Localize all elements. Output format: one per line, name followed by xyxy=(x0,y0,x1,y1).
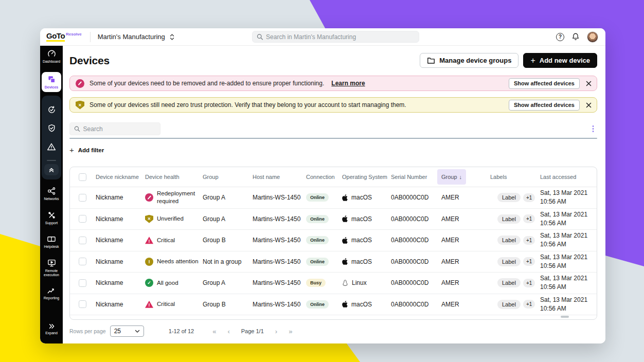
group2-cell: AMER xyxy=(441,301,490,308)
manage-device-groups-button[interactable]: Manage device groups xyxy=(420,53,518,68)
notifications-bell-icon[interactable] xyxy=(571,32,580,41)
device-nickname-cell: Nickname xyxy=(96,258,145,265)
sidebar-expand-button[interactable]: Expand xyxy=(40,323,63,343)
column-header-group-sorted[interactable]: Group↓ xyxy=(437,169,466,185)
device-health-cell: Redeployment required xyxy=(145,190,203,205)
device-health-cell: Critical xyxy=(145,236,203,244)
table-row[interactable]: Nickname Redeployment required Group A M… xyxy=(70,187,597,209)
user-avatar[interactable] xyxy=(587,31,598,43)
sidebar-item-networks[interactable]: Networks xyxy=(44,187,59,201)
device-nickname-cell: Nickname xyxy=(96,194,145,201)
column-header-group[interactable]: Group xyxy=(203,174,253,180)
label-extra-pill[interactable]: +1 xyxy=(523,236,535,245)
select-all-checkbox[interactable] xyxy=(79,173,86,181)
rows-per-page-select[interactable]: 25 xyxy=(110,325,144,337)
learn-more-link[interactable]: Learn more xyxy=(331,80,365,87)
pagination-range: 1-12 of 12 xyxy=(169,328,194,334)
sidebar-tool-group xyxy=(42,96,61,179)
sidebar-group-divider xyxy=(47,160,56,161)
alert-error-icon xyxy=(76,79,84,88)
next-page-button[interactable]: › xyxy=(275,328,277,335)
sidebar-item-support[interactable]: Support xyxy=(45,211,58,225)
sidebar-item-helpdesk[interactable]: Helpdesk xyxy=(44,235,59,249)
table-row[interactable]: Nickname All good Group A Martins-WS-145… xyxy=(70,273,597,294)
sidebar-item-remote-execution[interactable]: Remote execution xyxy=(40,259,63,277)
last-accessed-cell: Sat, 13 Mar 202110:56 AM xyxy=(540,296,597,313)
chevron-down-icon xyxy=(135,330,140,333)
account-switcher[interactable]: Martin's Manufacturing xyxy=(98,33,175,41)
operating-system-cell: Linux xyxy=(342,279,391,286)
sidebar-collapse-button[interactable] xyxy=(44,164,59,175)
device-health-cell: Needs attention xyxy=(145,258,203,266)
table-search[interactable] xyxy=(69,122,160,135)
row-checkbox[interactable] xyxy=(79,279,86,287)
sort-descending-icon: ↓ xyxy=(459,174,462,180)
device-nickname-cell: Nickname xyxy=(96,301,145,308)
group2-cell: AMER xyxy=(441,215,490,223)
table-row[interactable]: Nickname Critical Group B Martins-WS-145… xyxy=(70,294,597,316)
help-icon[interactable]: ? xyxy=(556,33,564,41)
close-icon[interactable] xyxy=(586,102,592,108)
table-row[interactable]: Nickname Needs attention Not in a group … xyxy=(70,251,597,273)
group2-cell: AMER xyxy=(441,194,490,201)
column-header-device-nickname[interactable]: Device nickname xyxy=(96,174,145,180)
previous-page-button[interactable]: ‹ xyxy=(227,328,229,335)
sidebar-item-alerts[interactable] xyxy=(42,137,61,156)
column-header-serial-number[interactable]: Serial Number xyxy=(391,174,441,180)
health-status-icon xyxy=(145,193,153,202)
column-header-device-health[interactable]: Device health xyxy=(145,174,203,180)
networks-icon xyxy=(47,187,56,195)
plus-icon: + xyxy=(530,57,535,64)
last-page-button[interactable]: » xyxy=(289,328,292,335)
last-accessed-cell: Sat, 13 Mar 202110:56 AM xyxy=(540,231,597,249)
close-icon[interactable] xyxy=(586,81,592,86)
sidebar-item-antivirus[interactable] xyxy=(42,119,61,137)
add-filter-button[interactable]: + Add filter xyxy=(69,147,116,153)
global-search[interactable] xyxy=(252,31,419,43)
label-extra-pill[interactable]: +1 xyxy=(523,300,535,309)
sidebar-item-updates[interactable] xyxy=(42,100,61,119)
horizontal-scrollbar-thumb[interactable] xyxy=(561,316,569,318)
table-options-kebab-menu[interactable] xyxy=(589,125,597,133)
device-nickname-cell: Nickname xyxy=(96,279,145,286)
global-search-input[interactable] xyxy=(266,33,415,41)
label-pill: Label xyxy=(497,278,521,287)
label-extra-pill[interactable]: +1 xyxy=(523,279,535,287)
column-header-last-accessed[interactable]: Last accessed xyxy=(540,174,597,180)
row-checkbox[interactable] xyxy=(79,237,86,244)
host-name-cell: Martins-WS-1450 xyxy=(253,194,306,201)
first-page-button[interactable]: « xyxy=(212,328,216,335)
label-extra-pill[interactable]: +1 xyxy=(523,257,535,266)
connection-badge: Busy xyxy=(306,279,326,287)
row-checkbox[interactable] xyxy=(79,215,86,223)
column-header-labels[interactable]: Labels xyxy=(490,174,540,180)
show-affected-devices-button[interactable]: Show affected devices xyxy=(509,100,580,111)
table-footer: Rows per page 25 1-12 of 12 « ‹ Page 1/1… xyxy=(69,325,597,337)
table-search-input[interactable] xyxy=(83,125,156,133)
row-checkbox[interactable] xyxy=(79,300,86,308)
table-row[interactable]: Nickname Unverified Group A Martins-WS-1… xyxy=(70,209,597,230)
column-header-connection[interactable]: Connection xyxy=(306,174,342,180)
row-checkbox[interactable] xyxy=(79,258,86,265)
helpdesk-ticket-icon xyxy=(47,235,56,243)
search-icon xyxy=(257,33,263,40)
apple-icon xyxy=(342,194,348,201)
last-accessed-cell: Sat, 13 Mar 202110:56 AM xyxy=(540,253,597,270)
sidebar-item-reporting[interactable]: Reporting xyxy=(44,287,59,300)
label-extra-pill[interactable]: +1 xyxy=(523,193,535,202)
alert-redeployment: Some of your devices need to be removed … xyxy=(69,76,597,91)
row-checkbox[interactable] xyxy=(79,194,86,202)
operating-system-cell: macOS xyxy=(342,237,391,244)
connection-badge: Online xyxy=(306,236,329,244)
table-row[interactable]: Nickname Critical Group B Martins-WS-145… xyxy=(70,230,597,251)
column-header-operating-system[interactable]: Operating System xyxy=(342,174,391,180)
show-affected-devices-button[interactable]: Show affected devices xyxy=(509,78,580,89)
connection-badge: Online xyxy=(306,193,329,202)
column-header-host-name[interactable]: Host name xyxy=(253,174,306,180)
label-extra-pill[interactable]: +1 xyxy=(523,214,535,223)
goto-logo-text: GoTo xyxy=(46,32,65,42)
sidebar-item-devices[interactable]: Devices xyxy=(42,72,61,92)
add-new-device-button[interactable]: + Add new device xyxy=(523,53,597,68)
topbar-divider xyxy=(90,32,91,42)
sidebar-item-dashboard[interactable]: Dashboard xyxy=(40,49,63,65)
